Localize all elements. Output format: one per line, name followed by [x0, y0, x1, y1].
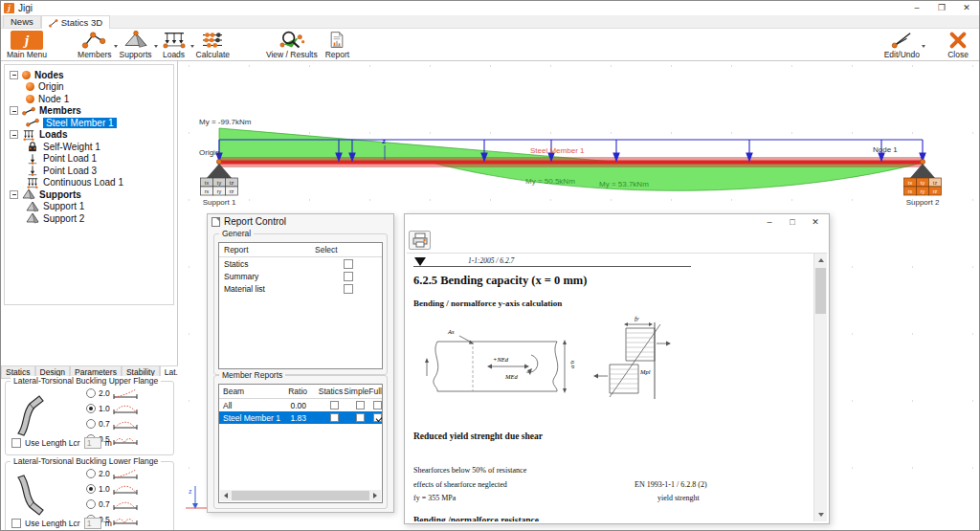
- supports-button[interactable]: Supports: [116, 29, 156, 60]
- maximize-button[interactable]: □: [781, 214, 804, 230]
- close-app-button[interactable]: Close: [943, 29, 973, 60]
- table-header: Beam Ratio Statics Simple Full: [219, 385, 382, 399]
- curve-10-icon: [113, 403, 138, 414]
- support-icon: [26, 212, 39, 224]
- radio-icon[interactable]: [86, 419, 96, 429]
- scroll-left-button[interactable]: [220, 490, 232, 501]
- minimize-button[interactable]: –: [904, 1, 929, 15]
- ltb-upper-option-07[interactable]: 0.7: [86, 418, 138, 430]
- statics-checkbox[interactable]: [330, 401, 339, 409]
- table-row-material-list[interactable]: Material list: [219, 282, 382, 295]
- collapse-icon[interactable]: [10, 130, 18, 139]
- members-button[interactable]: Members: [74, 29, 115, 60]
- axis-indicator: z: [186, 486, 207, 509]
- model-canvas[interactable]: txtytz rxryrz txtytz rxryrz z My: [178, 61, 979, 530]
- maximize-button[interactable]: ❐: [929, 1, 954, 15]
- support-1-symbol[interactable]: txtytz rxryrz: [201, 164, 238, 195]
- node-1[interactable]: [920, 159, 924, 164]
- tab-news[interactable]: News: [3, 15, 41, 28]
- vertical-scrollbar[interactable]: [813, 254, 827, 521]
- tree-item-support-1[interactable]: Support 1: [9, 201, 173, 213]
- radio-icon[interactable]: [86, 499, 96, 509]
- tree-item-point-load-1[interactable]: Point Load 1: [9, 153, 173, 166]
- full-checkbox[interactable]: [373, 413, 382, 422]
- radio-icon[interactable]: [86, 404, 96, 413]
- calculate-button[interactable]: Calculate: [192, 29, 234, 60]
- summary-checkbox[interactable]: [344, 272, 353, 281]
- beam-steel-member[interactable]: [219, 161, 923, 165]
- svg-text:rx: rx: [205, 188, 210, 194]
- tree-item-self-weight-1[interactable]: Self-Weight 1: [9, 141, 173, 153]
- tree-group-loads[interactable]: Loads: [9, 129, 173, 142]
- ltb-upper-option-10[interactable]: 1.0: [86, 403, 138, 414]
- use-length-checkbox[interactable]: [11, 438, 21, 448]
- main-menu-button[interactable]: j Main Menu: [3, 29, 51, 60]
- print-button[interactable]: [409, 231, 431, 250]
- report-document[interactable]: 1-1:2005 / 6.2.7 6.2.5 Bending capacity …: [407, 253, 827, 521]
- report-control-title-bar[interactable]: Report Control: [212, 216, 286, 227]
- support-2-symbol[interactable]: txtytz rxryrz: [904, 164, 942, 195]
- simple-checkbox[interactable]: [356, 401, 365, 409]
- fig-as-label: As: [447, 328, 455, 335]
- scroll-down-button[interactable]: [814, 508, 827, 521]
- close-button[interactable]: ✕: [954, 1, 979, 15]
- dialog-title: Report Control: [224, 216, 286, 227]
- node-icon: [22, 71, 31, 79]
- statics-checkbox[interactable]: [344, 259, 353, 269]
- ltb-lower-option-07[interactable]: 0.7: [86, 498, 138, 510]
- group-title: Lateral-Torsional Buckling Upper Flange: [11, 376, 161, 386]
- table-row-summary[interactable]: Summary: [219, 270, 382, 282]
- tree-group-members[interactable]: Members: [9, 105, 173, 118]
- tree-item-point-load-3[interactable]: Point Load 3: [9, 165, 173, 177]
- close-button[interactable]: ✕: [804, 214, 827, 230]
- edit-undo-button[interactable]: Edit/Undo: [880, 29, 924, 60]
- continuous-load-icon: [26, 177, 39, 188]
- scroll-up-button[interactable]: [814, 254, 827, 267]
- radio-icon[interactable]: [86, 469, 96, 478]
- table-row-all[interactable]: All 0.00: [219, 399, 382, 411]
- title-bar: j Jigi – ❐ ✕: [1, 1, 979, 15]
- ltb-lower-option-10[interactable]: 1.0: [86, 483, 138, 495]
- table-row-statics[interactable]: Statics: [219, 257, 382, 270]
- report-button[interactable]: Report: [322, 29, 354, 60]
- tree-item-support-2[interactable]: Support 2: [9, 212, 173, 225]
- shear-line-2: effects of shearforce neglected: [413, 480, 507, 489]
- scrollbar-thumb[interactable]: [815, 268, 826, 314]
- simple-checkbox[interactable]: [356, 413, 365, 422]
- tab-statics-3d[interactable]: Statics 3D: [41, 15, 110, 29]
- lcr-upper-input[interactable]: [84, 437, 101, 449]
- tree-item-node-1[interactable]: Node 1: [9, 93, 173, 105]
- use-length-checkbox[interactable]: [11, 519, 21, 528]
- radio-icon[interactable]: [86, 388, 96, 398]
- code-clause-reference: EN 1993-1-1 / 6.2.8 (2): [635, 480, 707, 489]
- tree-item-origin[interactable]: Origin: [9, 81, 173, 94]
- full-checkbox[interactable]: [373, 401, 382, 409]
- scroll-right-button[interactable]: [369, 490, 381, 501]
- ltb-upper-option-20[interactable]: 2.0: [86, 387, 138, 399]
- scrollbar-thumb[interactable]: [232, 491, 369, 500]
- minimize-button[interactable]: –: [758, 214, 781, 230]
- collapse-icon[interactable]: [10, 190, 18, 199]
- tree-item-steel-member-1[interactable]: Steel Member 1: [9, 117, 173, 129]
- tree-group-nodes[interactable]: Nodes: [9, 69, 173, 81]
- statics-checkbox[interactable]: [330, 413, 339, 422]
- ltb-lower-flange-group: Lateral-Torsional Buckling Lower Flange …: [5, 461, 174, 531]
- tree-group-supports[interactable]: Supports: [9, 188, 173, 201]
- tree-item-continuous-load-1[interactable]: Continuous Load 1: [9, 177, 173, 189]
- origin-node[interactable]: [216, 159, 221, 164]
- collapse-icon[interactable]: [10, 106, 18, 115]
- general-group: General Report Select Statics Summary: [213, 233, 388, 375]
- svg-text:ry: ry: [217, 188, 222, 194]
- lcr-lower-input[interactable]: [84, 518, 101, 529]
- report-icon: [327, 31, 346, 50]
- yield-strength-value: fy = 355 MPa: [413, 494, 456, 502]
- radio-icon[interactable]: [86, 484, 96, 494]
- loads-button[interactable]: Loads: [156, 29, 192, 60]
- table-row-steel-member-1[interactable]: Steel Member 1 1.83: [219, 411, 382, 424]
- edit-undo-dropdown-icon[interactable]: [922, 45, 925, 48]
- collapse-icon[interactable]: [10, 71, 18, 79]
- horizontal-scrollbar[interactable]: [220, 490, 381, 501]
- material-list-checkbox[interactable]: [344, 284, 353, 294]
- ltb-lower-option-20[interactable]: 2.0: [86, 468, 138, 479]
- view-results-button[interactable]: View / Results: [262, 29, 322, 60]
